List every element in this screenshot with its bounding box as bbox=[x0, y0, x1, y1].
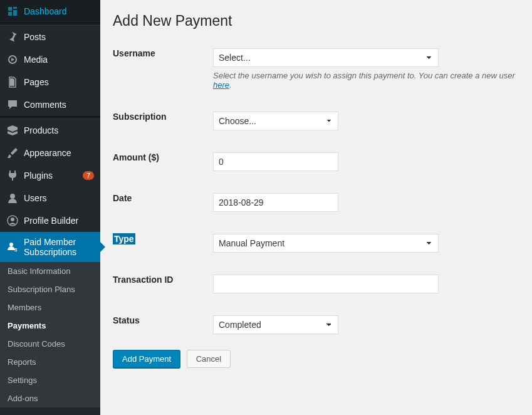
sidebar-item-posts[interactable]: Posts bbox=[0, 26, 100, 48]
sidebar-item-label: Appearance bbox=[24, 148, 94, 158]
field-row-amount: Amount ($) bbox=[113, 146, 519, 177]
field-row-username: Username Select... Select the username y… bbox=[113, 42, 519, 96]
type-select[interactable]: Manual Payment bbox=[213, 234, 439, 253]
field-row-subscription: Subscription Choose... bbox=[113, 105, 519, 137]
create-user-link[interactable]: here bbox=[213, 80, 229, 90]
amount-label: Amount ($) bbox=[113, 149, 159, 162]
date-label: Date bbox=[113, 190, 132, 203]
field-row-transaction-id: Transaction ID bbox=[113, 268, 519, 300]
sidebar-item-label: Plugins bbox=[24, 171, 80, 181]
subscription-select[interactable]: Choose... bbox=[213, 112, 338, 130]
transaction-id-input[interactable] bbox=[213, 275, 439, 293]
sidebar-item-label: Pages bbox=[24, 77, 94, 87]
submenu-item-members[interactable]: Members bbox=[0, 298, 100, 317]
status-select[interactable]: Completed bbox=[213, 315, 338, 334]
sidebar-item-pages[interactable]: Pages bbox=[0, 71, 100, 93]
submenu-item-subscription-plans[interactable]: Subscription Plans bbox=[0, 280, 100, 298]
sidebar-item-profile-builder[interactable]: Profile Builder bbox=[0, 209, 100, 232]
field-row-date: Date bbox=[113, 187, 519, 218]
amount-input[interactable] bbox=[213, 152, 338, 171]
sidebar-item-comments[interactable]: Comments bbox=[0, 93, 100, 116]
page-icon bbox=[6, 76, 19, 88]
svg-point-3 bbox=[11, 218, 14, 221]
sidebar-item-label: Dashboard bbox=[24, 6, 94, 16]
type-label: Type bbox=[113, 233, 135, 244]
update-badge: 7 bbox=[83, 171, 94, 180]
media-icon bbox=[6, 53, 19, 66]
submenu-item-basic-information[interactable]: Basic Information bbox=[0, 262, 100, 280]
comment-icon bbox=[6, 98, 19, 111]
brush-icon bbox=[6, 147, 19, 159]
form-actions: Add Payment Cancel bbox=[113, 350, 519, 368]
date-input[interactable] bbox=[213, 193, 338, 212]
username-select[interactable]: Select... bbox=[213, 48, 439, 67]
product-icon bbox=[6, 124, 19, 137]
sidebar-item-label: Products bbox=[24, 125, 94, 135]
pin-icon bbox=[6, 31, 19, 43]
main-content: Add New Payment Username Select... Selec… bbox=[100, 0, 532, 415]
sidebar-submenu: Basic Information Subscription Plans Mem… bbox=[0, 262, 100, 407]
sidebar-item-label: Comments bbox=[24, 100, 94, 110]
plugin-icon bbox=[6, 169, 19, 182]
field-row-type: Type Manual Payment bbox=[113, 228, 519, 259]
sidebar-item-media[interactable]: Media bbox=[0, 48, 100, 71]
sidebar-item-appearance[interactable]: Appearance bbox=[0, 142, 100, 164]
sidebar-item-label: Posts bbox=[24, 32, 94, 42]
username-label: Username bbox=[113, 45, 155, 58]
sidebar-item-label: Profile Builder bbox=[24, 216, 94, 226]
svg-point-4 bbox=[9, 243, 13, 246]
admin-sidebar: Dashboard Posts Media Pages Comments Pro… bbox=[0, 0, 100, 415]
sidebar-item-users[interactable]: Users bbox=[0, 187, 100, 209]
transaction-id-label: Transaction ID bbox=[113, 271, 173, 285]
submenu-item-payments[interactable]: Payments bbox=[0, 317, 100, 335]
sidebar-item-label: Paid Member Subscriptions bbox=[24, 237, 94, 257]
field-row-status: Status Completed bbox=[113, 309, 519, 340]
add-payment-button[interactable]: Add Payment bbox=[113, 350, 180, 368]
sidebar-item-paid-member-subscriptions[interactable]: $ Paid Member Subscriptions bbox=[0, 232, 100, 262]
profile-icon bbox=[6, 214, 19, 227]
sidebar-item-products[interactable]: Products bbox=[0, 119, 100, 142]
svg-text:$: $ bbox=[14, 247, 18, 253]
sidebar-item-plugins[interactable]: Plugins 7 bbox=[0, 164, 100, 187]
submenu-item-discount-codes[interactable]: Discount Codes bbox=[0, 335, 100, 353]
subscription-label: Subscription bbox=[113, 108, 167, 122]
submenu-item-reports[interactable]: Reports bbox=[0, 353, 100, 371]
pms-icon: $ bbox=[6, 241, 19, 253]
submenu-item-settings[interactable]: Settings bbox=[0, 371, 100, 389]
page-title: Add New Payment bbox=[113, 13, 519, 29]
status-label: Status bbox=[113, 312, 140, 325]
sidebar-item-label: Media bbox=[24, 55, 94, 65]
sidebar-item-dashboard[interactable]: Dashboard bbox=[0, 0, 100, 23]
user-icon bbox=[6, 192, 19, 204]
sidebar-item-label: Users bbox=[24, 193, 94, 203]
username-help: Select the username you wish to assign t… bbox=[213, 71, 519, 90]
cancel-button[interactable]: Cancel bbox=[187, 350, 231, 368]
svg-point-1 bbox=[10, 194, 15, 199]
submenu-item-addons[interactable]: Add-ons bbox=[0, 389, 100, 407]
dashboard-icon bbox=[6, 5, 19, 18]
